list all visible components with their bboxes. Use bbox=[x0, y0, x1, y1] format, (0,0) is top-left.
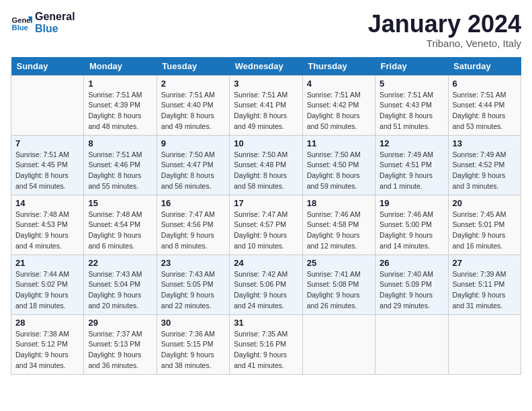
day-detail: Sunrise: 7:51 AMSunset: 4:39 PMDaylight:… bbox=[88, 90, 152, 132]
day-detail: Sunrise: 7:37 AMSunset: 5:13 PMDaylight:… bbox=[88, 329, 152, 371]
day-number: 19 bbox=[380, 198, 443, 208]
week-row-2: 7Sunrise: 7:51 AMSunset: 4:45 PMDaylight… bbox=[11, 135, 521, 195]
logo-text-blue: Blue bbox=[35, 23, 75, 35]
calendar-cell: 2Sunrise: 7:51 AMSunset: 4:40 PMDaylight… bbox=[157, 75, 229, 135]
calendar-cell: 8Sunrise: 7:51 AMSunset: 4:46 PMDaylight… bbox=[84, 135, 157, 195]
day-detail: Sunrise: 7:51 AMSunset: 4:43 PMDaylight:… bbox=[380, 90, 443, 132]
calendar-cell: 17Sunrise: 7:47 AMSunset: 4:57 PMDayligh… bbox=[230, 195, 302, 255]
day-number: 28 bbox=[15, 318, 79, 328]
calendar-cell bbox=[302, 314, 375, 374]
calendar-cell: 26Sunrise: 7:40 AMSunset: 5:09 PMDayligh… bbox=[375, 255, 448, 314]
day-detail: Sunrise: 7:42 AMSunset: 5:06 PMDaylight:… bbox=[234, 269, 298, 312]
day-detail: Sunrise: 7:47 AMSunset: 4:57 PMDaylight:… bbox=[234, 210, 298, 252]
week-row-1: 1Sunrise: 7:51 AMSunset: 4:39 PMDaylight… bbox=[11, 75, 521, 135]
day-number: 13 bbox=[453, 138, 517, 148]
month-title: January 2024 bbox=[368, 11, 521, 38]
day-detail: Sunrise: 7:51 AMSunset: 4:45 PMDaylight:… bbox=[15, 150, 79, 192]
day-number: 31 bbox=[234, 318, 298, 328]
weekday-header-friday: Friday bbox=[375, 57, 448, 76]
day-number: 3 bbox=[234, 79, 298, 89]
day-number: 30 bbox=[161, 318, 225, 328]
calendar-cell: 31Sunrise: 7:35 AMSunset: 5:16 PMDayligh… bbox=[230, 314, 302, 374]
day-number: 15 bbox=[88, 198, 152, 208]
day-number: 5 bbox=[380, 79, 443, 89]
day-detail: Sunrise: 7:40 AMSunset: 5:09 PMDaylight:… bbox=[380, 269, 443, 312]
calendar-cell: 1Sunrise: 7:51 AMSunset: 4:39 PMDaylight… bbox=[84, 75, 157, 135]
svg-text:Blue: Blue bbox=[12, 24, 28, 32]
day-number: 8 bbox=[88, 138, 152, 148]
day-number: 4 bbox=[307, 79, 371, 89]
day-number: 2 bbox=[161, 79, 225, 89]
day-number: 17 bbox=[234, 198, 298, 208]
calendar-cell: 22Sunrise: 7:43 AMSunset: 5:04 PMDayligh… bbox=[84, 255, 157, 314]
calendar-cell: 4Sunrise: 7:51 AMSunset: 4:42 PMDaylight… bbox=[302, 75, 375, 135]
calendar-cell: 12Sunrise: 7:49 AMSunset: 4:51 PMDayligh… bbox=[375, 135, 448, 195]
calendar-cell: 30Sunrise: 7:36 AMSunset: 5:15 PMDayligh… bbox=[157, 314, 229, 374]
day-detail: Sunrise: 7:45 AMSunset: 5:01 PMDaylight:… bbox=[453, 210, 517, 252]
week-row-3: 14Sunrise: 7:48 AMSunset: 4:53 PMDayligh… bbox=[11, 195, 521, 255]
day-number: 26 bbox=[380, 258, 443, 268]
day-detail: Sunrise: 7:51 AMSunset: 4:44 PMDaylight:… bbox=[453, 90, 517, 132]
calendar-cell bbox=[375, 314, 448, 374]
logo: General Blue General Blue bbox=[11, 11, 75, 35]
day-detail: Sunrise: 7:43 AMSunset: 5:05 PMDaylight:… bbox=[161, 269, 225, 312]
logo-icon: General Blue bbox=[11, 12, 32, 34]
week-row-4: 21Sunrise: 7:44 AMSunset: 5:02 PMDayligh… bbox=[11, 255, 521, 314]
calendar-cell: 13Sunrise: 7:49 AMSunset: 4:52 PMDayligh… bbox=[448, 135, 521, 195]
calendar-cell: 3Sunrise: 7:51 AMSunset: 4:41 PMDaylight… bbox=[230, 75, 302, 135]
day-detail: Sunrise: 7:46 AMSunset: 4:58 PMDaylight:… bbox=[307, 210, 371, 252]
day-detail: Sunrise: 7:38 AMSunset: 5:12 PMDaylight:… bbox=[15, 329, 79, 371]
title-block: January 2024 Tribano, Veneto, Italy bbox=[368, 11, 521, 49]
day-detail: Sunrise: 7:36 AMSunset: 5:15 PMDaylight:… bbox=[161, 329, 225, 371]
calendar-cell: 25Sunrise: 7:41 AMSunset: 5:08 PMDayligh… bbox=[302, 255, 375, 314]
day-detail: Sunrise: 7:51 AMSunset: 4:46 PMDaylight:… bbox=[88, 150, 152, 192]
day-number: 1 bbox=[88, 79, 152, 89]
day-detail: Sunrise: 7:41 AMSunset: 5:08 PMDaylight:… bbox=[307, 269, 371, 312]
weekday-header-tuesday: Tuesday bbox=[157, 57, 229, 76]
day-number: 18 bbox=[307, 198, 371, 208]
calendar-cell: 24Sunrise: 7:42 AMSunset: 5:06 PMDayligh… bbox=[230, 255, 302, 314]
calendar-cell: 14Sunrise: 7:48 AMSunset: 4:53 PMDayligh… bbox=[11, 195, 84, 255]
calendar-cell: 27Sunrise: 7:39 AMSunset: 5:11 PMDayligh… bbox=[448, 255, 521, 314]
day-detail: Sunrise: 7:44 AMSunset: 5:02 PMDaylight:… bbox=[15, 269, 79, 312]
day-number: 14 bbox=[15, 198, 79, 208]
calendar-cell: 23Sunrise: 7:43 AMSunset: 5:05 PMDayligh… bbox=[157, 255, 229, 314]
weekday-header-sunday: Sunday bbox=[11, 57, 84, 76]
day-number: 7 bbox=[15, 138, 79, 148]
calendar-cell: 5Sunrise: 7:51 AMSunset: 4:43 PMDaylight… bbox=[375, 75, 448, 135]
day-detail: Sunrise: 7:51 AMSunset: 4:41 PMDaylight:… bbox=[234, 90, 298, 132]
day-detail: Sunrise: 7:48 AMSunset: 4:53 PMDaylight:… bbox=[15, 210, 79, 252]
day-number: 25 bbox=[307, 258, 371, 268]
calendar-cell bbox=[448, 314, 521, 374]
day-number: 12 bbox=[380, 138, 443, 148]
day-detail: Sunrise: 7:43 AMSunset: 5:04 PMDaylight:… bbox=[88, 269, 152, 312]
weekday-header-wednesday: Wednesday bbox=[230, 57, 302, 76]
day-detail: Sunrise: 7:51 AMSunset: 4:42 PMDaylight:… bbox=[307, 90, 371, 132]
logo-text-general: General bbox=[35, 11, 75, 23]
weekday-header-row: SundayMondayTuesdayWednesdayThursdayFrid… bbox=[11, 57, 521, 76]
calendar-cell: 28Sunrise: 7:38 AMSunset: 5:12 PMDayligh… bbox=[11, 314, 84, 374]
calendar-cell: 10Sunrise: 7:50 AMSunset: 4:48 PMDayligh… bbox=[230, 135, 302, 195]
day-detail: Sunrise: 7:51 AMSunset: 4:40 PMDaylight:… bbox=[161, 90, 225, 132]
calendar-cell: 16Sunrise: 7:47 AMSunset: 4:56 PMDayligh… bbox=[157, 195, 229, 255]
day-number: 29 bbox=[88, 318, 152, 328]
day-detail: Sunrise: 7:49 AMSunset: 4:52 PMDaylight:… bbox=[453, 150, 517, 192]
location-subtitle: Tribano, Veneto, Italy bbox=[368, 38, 521, 49]
calendar-cell: 7Sunrise: 7:51 AMSunset: 4:45 PMDaylight… bbox=[11, 135, 84, 195]
day-detail: Sunrise: 7:47 AMSunset: 4:56 PMDaylight:… bbox=[161, 210, 225, 252]
day-number: 11 bbox=[307, 138, 371, 148]
day-number: 16 bbox=[161, 198, 225, 208]
day-number: 22 bbox=[88, 258, 152, 268]
day-number: 6 bbox=[453, 79, 517, 89]
day-number: 24 bbox=[234, 258, 298, 268]
day-detail: Sunrise: 7:46 AMSunset: 5:00 PMDaylight:… bbox=[380, 210, 443, 252]
weekday-header-thursday: Thursday bbox=[302, 57, 375, 76]
calendar-cell: 11Sunrise: 7:50 AMSunset: 4:50 PMDayligh… bbox=[302, 135, 375, 195]
calendar-cell: 9Sunrise: 7:50 AMSunset: 4:47 PMDaylight… bbox=[157, 135, 229, 195]
day-number: 9 bbox=[161, 138, 225, 148]
calendar-cell: 29Sunrise: 7:37 AMSunset: 5:13 PMDayligh… bbox=[84, 314, 157, 374]
day-detail: Sunrise: 7:50 AMSunset: 4:50 PMDaylight:… bbox=[307, 150, 371, 192]
day-number: 20 bbox=[453, 198, 517, 208]
day-number: 27 bbox=[453, 258, 517, 268]
calendar-cell: 6Sunrise: 7:51 AMSunset: 4:44 PMDaylight… bbox=[448, 75, 521, 135]
